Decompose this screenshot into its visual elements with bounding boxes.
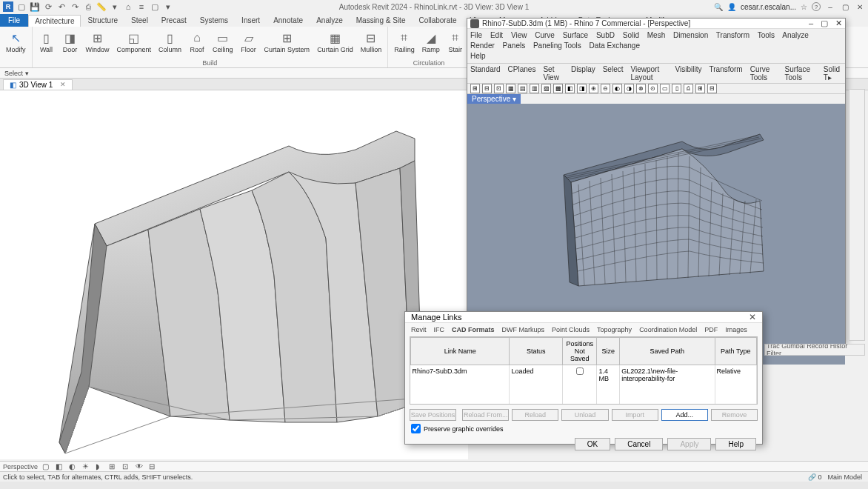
tab-precast[interactable]: Precast — [155, 14, 193, 27]
curtainsystem-button[interactable]: ⊞Curtain System — [261, 28, 313, 56]
tb-icon[interactable]: ▩ — [553, 84, 563, 93]
tab-annotate[interactable]: Annotate — [267, 14, 310, 27]
tab-insert[interactable]: Insert — [235, 14, 267, 27]
ok-button[interactable]: OK — [575, 438, 610, 450]
rhino-tab-curvetools[interactable]: Curve Tools — [750, 65, 778, 82]
col-positions[interactable]: Positions Not Saved — [563, 338, 597, 365]
thin-lines-icon[interactable]: ≡ — [136, 1, 147, 12]
rhino-menu-analyze[interactable]: Analyze — [782, 31, 809, 39]
rhino-menu-view[interactable]: View — [511, 31, 527, 39]
status-links[interactable]: 🔗 0 — [808, 473, 822, 481]
col-status[interactable]: Status — [510, 338, 563, 365]
rhino-tab-cplanes[interactable]: CPlanes — [508, 65, 536, 82]
tb-icon[interactable]: ⊟ — [482, 84, 492, 93]
ramp-button[interactable]: ◢Ramp — [419, 28, 443, 56]
rhino-tab-surfacetools[interactable]: Surface Tools — [785, 65, 816, 82]
tb-icon[interactable]: ▨ — [541, 84, 551, 93]
add-button[interactable]: Add... — [661, 409, 708, 421]
tb-icon[interactable]: ▤ — [518, 84, 527, 93]
tb-icon[interactable]: ▭ — [660, 84, 670, 93]
tb-icon[interactable]: ◧ — [565, 84, 575, 93]
sun-icon[interactable]: ☀ — [82, 462, 91, 471]
tb-icon[interactable]: ▦ — [506, 84, 515, 93]
rhino-menu-panels[interactable]: Panels — [503, 41, 526, 50]
visual-icon[interactable]: ◐ — [69, 462, 78, 471]
dlgtab-revit[interactable]: Revit — [411, 326, 427, 333]
view-tab-3dview1[interactable]: ◧ 3D View 1 ✕ — [3, 79, 73, 90]
rhino-menu-dataexchange[interactable]: Data Exchange — [590, 41, 640, 50]
dlgtab-dwf[interactable]: DWF Markups — [502, 326, 545, 333]
rhino-menu-paneling[interactable]: Paneling Tools — [533, 41, 581, 50]
close-tab-icon[interactable]: ✕ — [60, 81, 66, 88]
tb-icon[interactable]: ▥ — [530, 84, 539, 93]
rhino-menu-curve[interactable]: Curve — [535, 31, 555, 39]
help-button[interactable]: Help — [715, 438, 756, 450]
tab-massing[interactable]: Massing & Site — [350, 14, 413, 27]
positions-checkbox[interactable] — [576, 367, 584, 375]
tb-icon[interactable]: ◑ — [624, 84, 634, 93]
dlgtab-cadformats[interactable]: CAD Formats — [452, 326, 495, 333]
reveal-icon[interactable]: ⊟ — [149, 462, 158, 471]
rhino-menu-edit[interactable]: Edit — [490, 31, 503, 39]
tb-icon[interactable]: ⊞ — [695, 84, 705, 93]
rhino-side-panel[interactable] — [849, 89, 865, 341]
status-mainmodel[interactable]: Main Model — [827, 473, 862, 481]
close-hidden-icon[interactable]: ▢ — [150, 1, 160, 12]
rhino-tab-setview[interactable]: Set View — [543, 65, 564, 82]
rhino-tab-standard[interactable]: Standard — [470, 65, 501, 82]
dlgtab-ifc[interactable]: IFC — [434, 326, 445, 333]
tb-icon[interactable]: ◨ — [577, 84, 587, 93]
revit-3d-viewport[interactable] — [0, 90, 468, 459]
col-savedpath[interactable]: Saved Path — [620, 338, 715, 365]
stair-button[interactable]: ⌗Stair — [444, 28, 467, 56]
dlgtab-topography[interactable]: Topography — [597, 326, 632, 333]
home-icon[interactable]: ⌂ — [123, 1, 133, 12]
dlgtab-pointclouds[interactable]: Point Clouds — [552, 326, 590, 333]
component-button[interactable]: ◱Component — [114, 28, 155, 56]
tab-architecture[interactable]: Architecture — [28, 15, 81, 27]
col-linkname[interactable]: Link Name — [411, 338, 510, 365]
rhino-maximize[interactable]: ▢ — [821, 19, 828, 28]
rhino-menu-solid[interactable]: Solid — [623, 31, 639, 39]
railing-button[interactable]: ⌗Railing — [391, 28, 418, 56]
qat-icon[interactable]: ▾ — [110, 1, 120, 12]
rhino-menu-mesh[interactable]: Mesh — [647, 31, 665, 39]
rhino-menu-surface[interactable]: Surface — [563, 31, 588, 39]
rhino-tab-viewport[interactable]: Viewport Layout — [631, 65, 668, 82]
dialog-close-button[interactable]: ✕ — [749, 312, 756, 322]
tb-icon[interactable]: ▯ — [672, 84, 681, 93]
col-size[interactable]: Size — [597, 338, 620, 365]
rhino-tab-transform[interactable]: Transform — [710, 65, 743, 82]
tb-icon[interactable]: ⎙ — [684, 84, 693, 93]
tab-systems[interactable]: Systems — [193, 14, 235, 27]
select-dropdown[interactable]: Select ▾ — [4, 70, 29, 77]
save-icon[interactable]: 💾 — [30, 1, 40, 12]
rhino-menu-dimension[interactable]: Dimension — [673, 31, 708, 39]
open-icon[interactable]: ▢ — [16, 1, 27, 12]
rhino-viewport-label[interactable]: Perspective ▾ — [467, 94, 521, 104]
roof-button[interactable]: ⌂Roof — [186, 28, 208, 56]
rhino-menu-file[interactable]: File — [470, 31, 482, 39]
dlgtab-coordmodel[interactable]: Coordination Model — [639, 326, 697, 333]
username[interactable]: cesar.r.escalan... — [741, 3, 796, 11]
dlgtab-images[interactable]: Images — [725, 326, 747, 333]
favorites-icon[interactable]: ☆ — [801, 3, 807, 11]
preserve-overrides-checkbox[interactable] — [411, 424, 421, 433]
tab-collaborate[interactable]: Collaborate — [412, 14, 463, 27]
rhino-menu-tools[interactable]: Tools — [758, 31, 775, 39]
tb-icon[interactable]: ⊖ — [601, 84, 610, 93]
close-button[interactable]: ✕ — [855, 1, 865, 12]
detail-icon[interactable]: ◧ — [56, 462, 64, 471]
modify-button[interactable]: ↖ Modify — [3, 28, 29, 56]
tb-icon[interactable]: ⊡ — [494, 84, 504, 93]
tb-icon[interactable]: ⊙ — [648, 84, 658, 93]
tb-icon[interactable]: ⊟ — [707, 84, 717, 93]
rhino-close[interactable]: ✕ — [835, 19, 842, 28]
shadows-icon[interactable]: ◗ — [96, 462, 104, 471]
column-button[interactable]: ▯Column — [156, 28, 184, 56]
rhino-tab-visibility[interactable]: Visibility — [675, 65, 702, 82]
rhino-menu-subd[interactable]: SubD — [596, 31, 615, 39]
curtaingrid-button[interactable]: ▦Curtain Grid — [314, 28, 356, 56]
dlgtab-pdf[interactable]: PDF — [704, 326, 718, 333]
rhino-minimize[interactable]: – — [809, 19, 813, 28]
